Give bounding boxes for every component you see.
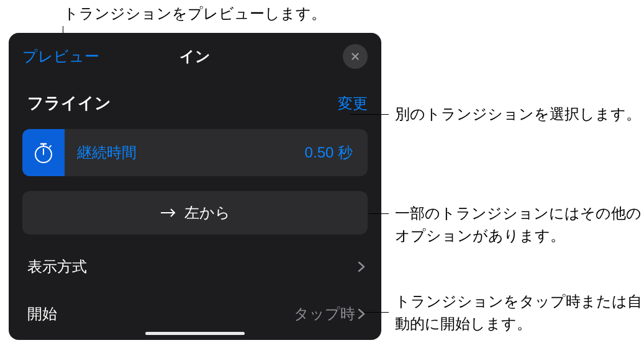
- display-method-label: 表示方式: [27, 257, 87, 277]
- home-indicator: [145, 332, 245, 335]
- duration-row[interactable]: 継続時間 0.50 秒: [22, 129, 368, 176]
- panel-header: プレビュー イン: [9, 33, 381, 83]
- chevron-right-icon: [358, 261, 365, 272]
- transition-name-row: フライイン 変更: [9, 83, 381, 124]
- close-icon: [350, 51, 361, 62]
- start-value-wrap: タップ時: [294, 304, 365, 324]
- duration-label: 継続時間: [77, 143, 305, 163]
- change-button[interactable]: 変更: [338, 94, 368, 114]
- callout-line: [369, 213, 389, 214]
- direction-row[interactable]: 左から: [22, 191, 368, 234]
- annotation-start: トランジションをタップ時または自動的に開始します。: [395, 290, 644, 335]
- direction-label: 左から: [184, 203, 230, 223]
- duration-icon-box: [22, 129, 65, 176]
- start-label: 開始: [27, 304, 57, 324]
- chevron-right-icon: [358, 308, 365, 319]
- callout-line: [350, 114, 389, 115]
- callout-line: [364, 312, 389, 313]
- start-row[interactable]: 開始 タップ時: [9, 290, 381, 337]
- transition-name: フライイン: [27, 92, 111, 114]
- panel-title: イン: [179, 47, 211, 66]
- svg-line-4: [50, 146, 51, 147]
- close-button[interactable]: [343, 44, 368, 69]
- display-method-row[interactable]: 表示方式: [9, 243, 381, 290]
- arrow-right-icon: [160, 207, 177, 219]
- annotation-direction: 一部のトランジションにはその他のオプションがあります。: [395, 202, 644, 247]
- duration-value: 0.50 秒: [305, 143, 353, 163]
- stopwatch-icon: [31, 140, 56, 165]
- display-method-chevron-wrap: [358, 261, 365, 272]
- transition-panel: プレビュー イン フライイン 変更 継続時間 0.50 秒: [9, 33, 381, 340]
- start-value: タップ時: [294, 304, 355, 324]
- annotation-preview: トランジションをプレビューします。: [63, 2, 326, 25]
- annotation-change: 別のトランジションを選択します。: [395, 103, 641, 125]
- preview-button[interactable]: プレビュー: [22, 47, 99, 66]
